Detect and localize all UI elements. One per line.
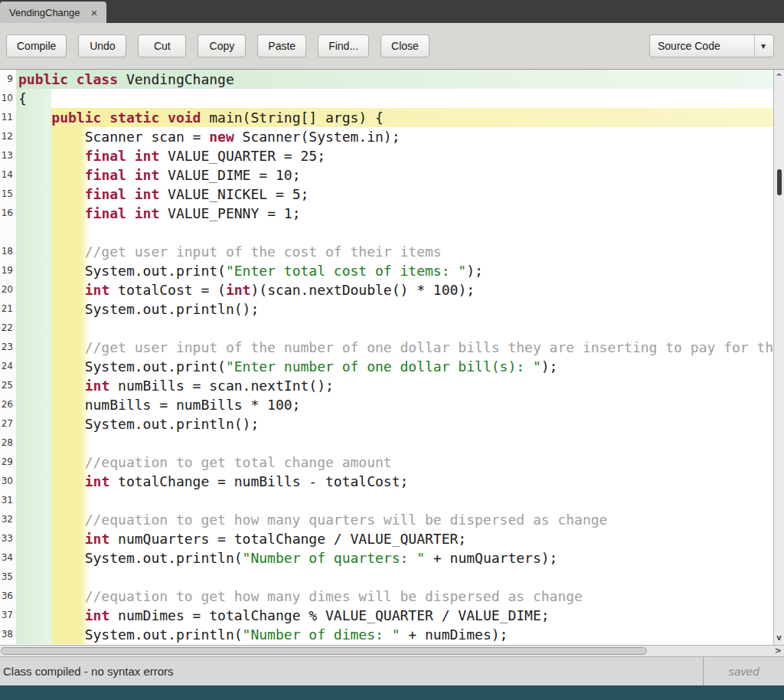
code-text: System.out.println();: [16, 414, 773, 433]
line-number[interactable]: 34: [0, 548, 16, 568]
code-text: System.out.println("Number of quarters: …: [16, 548, 773, 568]
code-text: numBills = numBills * 100;: [16, 395, 773, 414]
code-text: [16, 319, 773, 338]
code-text: [16, 223, 773, 242]
code-line[interactable]: 13 final int VALUE_QUARTER = 25;: [0, 146, 773, 165]
vertical-scrollbar[interactable]: ^ v: [773, 70, 784, 645]
close-icon[interactable]: ×: [91, 7, 98, 18]
status-message: Class compiled - no syntax errors: [0, 665, 174, 678]
background-window-strip: [0, 685, 784, 700]
line-number[interactable]: 33: [0, 529, 16, 548]
code-line[interactable]: 10{: [0, 89, 773, 108]
line-number[interactable]: 36: [0, 587, 16, 606]
code-line[interactable]: 24 System.out.print("Enter number of one…: [0, 357, 773, 376]
code-line[interactable]: 25 int numBills = scan.nextInt();: [0, 376, 773, 395]
line-number[interactable]: 38: [0, 625, 16, 644]
line-number[interactable]: 35: [0, 568, 16, 587]
close-button[interactable]: Close: [381, 34, 430, 57]
line-number[interactable]: 31: [0, 491, 16, 510]
chevron-down-icon: ▾: [754, 35, 766, 57]
code-line[interactable]: 38 System.out.println("Number of dimes: …: [0, 625, 773, 644]
line-number[interactable]: 30: [0, 472, 16, 491]
bluej-editor-window: VendingChange × Compile Undo Cut Copy Pa…: [0, 0, 784, 700]
line-number[interactable]: 28: [0, 433, 16, 453]
cut-button[interactable]: Cut: [138, 34, 186, 57]
line-number[interactable]: 29: [0, 453, 16, 472]
tab-vendingchange[interactable]: VendingChange ×: [0, 2, 106, 23]
line-number[interactable]: 32: [0, 510, 16, 529]
code-line[interactable]: 29 //equation to get total change amount: [0, 453, 773, 472]
source-code-dropdown[interactable]: Source Code ▾: [649, 34, 774, 57]
status-bar: Class compiled - no syntax errors saved: [0, 656, 784, 685]
code-line[interactable]: 26 numBills = numBills * 100;: [0, 395, 773, 414]
code-text: int totalChange = numBills - totalCost;: [16, 472, 773, 491]
line-number[interactable]: 37: [0, 606, 16, 625]
code-line[interactable]: 27 System.out.println();: [0, 414, 773, 433]
line-number[interactable]: 22: [0, 319, 16, 338]
scroll-down-icon[interactable]: v: [774, 633, 784, 642]
line-number[interactable]: 12: [0, 127, 16, 146]
code-text: public static void main(String[] args) {: [16, 108, 773, 127]
code-line[interactable]: 12 Scanner scan = new Scanner(System.in)…: [0, 127, 773, 146]
scroll-up-icon[interactable]: ^: [774, 73, 784, 81]
code-line[interactable]: 33 int numQuarters = totalChange / VALUE…: [0, 529, 773, 548]
line-number[interactable]: 19: [0, 261, 16, 280]
code-text: System.out.println("Number of dimes: " +…: [16, 625, 773, 644]
code-line[interactable]: 31: [0, 491, 773, 510]
code-line[interactable]: 18 //get user input of the cost of their…: [0, 242, 773, 261]
line-number[interactable]: 20: [0, 280, 16, 299]
line-number[interactable]: 9: [0, 70, 16, 89]
line-number[interactable]: 27: [0, 414, 16, 433]
line-number[interactable]: 13: [0, 146, 16, 165]
scroll-right-icon[interactable]: >: [775, 646, 782, 656]
code-line[interactable]: 23 //get user input of the number of one…: [0, 338, 773, 357]
save-state: saved: [703, 657, 784, 685]
code-line[interactable]: 34 System.out.println("Number of quarter…: [0, 548, 773, 568]
line-number[interactable]: 15: [0, 185, 16, 204]
undo-button[interactable]: Undo: [78, 34, 126, 57]
code-text: //equation to get total change amount: [16, 453, 773, 472]
code-line[interactable]: 30 int totalChange = numBills - totalCos…: [0, 472, 773, 491]
line-number[interactable]: 21: [0, 299, 16, 319]
code-text: {: [16, 89, 773, 108]
line-number[interactable]: 25: [0, 376, 16, 395]
code-area[interactable]: 9public class VendingChange10{11 public …: [0, 70, 773, 645]
line-number[interactable]: [0, 223, 16, 242]
code-line[interactable]: 37 int numDimes = totalChange % VALUE_QU…: [0, 606, 773, 625]
code-line[interactable]: 9public class VendingChange: [0, 70, 773, 89]
code-text: [16, 433, 773, 453]
horizontal-scrollbar[interactable]: >: [0, 645, 784, 656]
line-number[interactable]: 11: [0, 108, 16, 127]
code-text: [16, 568, 773, 587]
code-line[interactable]: 11 public static void main(String[] args…: [0, 108, 773, 127]
code-line[interactable]: 32 //equation to get how many quarters w…: [0, 510, 773, 529]
code-line[interactable]: 35: [0, 568, 773, 587]
code-line[interactable]: 16 final int VALUE_PENNY = 1;: [0, 204, 773, 223]
line-number[interactable]: 24: [0, 357, 16, 376]
code-line[interactable]: 15 final int VALUE_NICKEL = 5;: [0, 185, 773, 204]
code-line[interactable]: 36 //equation to get how many dimes will…: [0, 587, 773, 606]
line-number[interactable]: 26: [0, 395, 16, 414]
line-number[interactable]: 14: [0, 165, 16, 185]
code-line[interactable]: 20 int totalCost = (int)(scan.nextDouble…: [0, 280, 773, 299]
code-line[interactable]: 22: [0, 319, 773, 338]
code-line[interactable]: 28: [0, 433, 773, 453]
horizontal-scrollbar-thumb[interactable]: [1, 647, 647, 655]
copy-button[interactable]: Copy: [198, 34, 246, 57]
code-line[interactable]: 14 final int VALUE_DIME = 10;: [0, 165, 773, 185]
code-line[interactable]: 21 System.out.println();: [0, 299, 773, 319]
paste-button[interactable]: Paste: [257, 34, 306, 57]
tab-title: VendingChange: [9, 7, 80, 18]
line-number[interactable]: 10: [0, 89, 16, 108]
code-line[interactable]: 19 System.out.print("Enter total cost of…: [0, 261, 773, 280]
vertical-scrollbar-thumb[interactable]: [777, 169, 782, 195]
code-text: int numBills = scan.nextInt();: [16, 376, 773, 395]
code-text: System.out.print("Enter total cost of it…: [16, 261, 773, 280]
toolbar: Compile Undo Cut Copy Paste Find... Clos…: [0, 23, 784, 70]
line-number[interactable]: 16: [0, 204, 16, 223]
code-line[interactable]: [0, 223, 773, 242]
compile-button[interactable]: Compile: [6, 34, 67, 57]
find-button[interactable]: Find...: [318, 34, 369, 57]
line-number[interactable]: 18: [0, 242, 16, 261]
line-number[interactable]: 23: [0, 338, 16, 357]
